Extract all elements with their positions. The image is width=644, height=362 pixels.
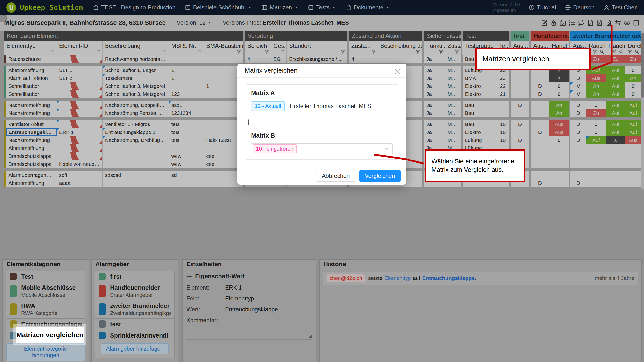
cell-id[interactable]: VEN 1 <box>57 120 102 128</box>
cell-bma[interactable] <box>204 179 243 187</box>
cell-zb_aus[interactable] <box>570 152 586 160</box>
cell-id[interactable]: aaaa <box>57 179 102 187</box>
cell-hf_handt[interactable]: Aus <box>549 120 569 128</box>
filter-funnel-icon[interactable] <box>454 49 459 54</box>
cell-hf_handt[interactable] <box>549 171 569 179</box>
cell-te[interactable] <box>496 101 509 109</box>
cell-hf_aus[interactable]: D <box>531 90 549 98</box>
impressum-link[interactable]: Impressum <box>493 7 520 13</box>
cell-hf_handt[interactable]: X <box>549 74 569 82</box>
cell-funkti[interactable]: Ja <box>424 128 445 136</box>
cell-zusta2[interactable]: Matrix <box>445 120 461 128</box>
cell-zb_durch[interactable] <box>626 171 641 179</box>
cell-te[interactable] <box>496 109 509 117</box>
nav-item-matrizen[interactable]: Matrizen <box>261 4 298 11</box>
cell-zb_durch[interactable] <box>626 152 641 160</box>
cell-zb_durch[interactable]: Zu <box>626 55 641 63</box>
cell-bma[interactable] <box>204 90 243 98</box>
history-value-link[interactable]: Entrauchungsklappe <box>422 275 475 281</box>
column-header-bma[interactable]: BMA-Baustein <box>204 41 243 55</box>
cell-bma[interactable]: cee <box>204 160 243 168</box>
filter-funnel-icon[interactable] <box>415 49 420 54</box>
cell-elementtyp[interactable]: Alarmübertragung ext... <box>6 171 57 179</box>
cell-desc[interactable] <box>102 152 169 160</box>
cell-zusta2[interactable]: Matrix <box>445 55 461 63</box>
cell-hf_handt[interactable] <box>549 144 569 152</box>
cell-zb_r1[interactable]: 0 <box>586 120 606 128</box>
cell-zb_r1[interactable] <box>586 152 606 160</box>
cell-funkti[interactable]: Ja <box>424 74 445 82</box>
cell-bma[interactable] <box>204 74 243 82</box>
cell-zb_durch[interactable] <box>626 179 641 187</box>
list-item-rwa[interactable]: RWARWA Kategorie <box>6 300 85 318</box>
column-header-id[interactable]: Element-ID <box>57 41 102 55</box>
cell-desc[interactable]: Ventilator 1 - Migros <box>102 120 169 128</box>
cell-testgruppe[interactable]: Bau <box>463 109 497 117</box>
cell-desc[interactable]: Schnelllauftor 1, Lager <box>102 66 169 74</box>
search-icon[interactable] <box>59 55 102 63</box>
cell-bma[interactable]: cee <box>204 152 243 160</box>
cell-bma[interactable]: 1 <box>204 82 243 90</box>
cell-id[interactable]: NSÖ 1 <box>57 136 102 144</box>
cell-zb_aus[interactable]: D <box>570 179 586 187</box>
list-item-test[interactable]: test <box>95 318 174 330</box>
filter-funnel-icon[interactable] <box>627 49 632 54</box>
numbered-list-icon[interactable] <box>568 19 576 26</box>
search-icon[interactable] <box>59 109 102 117</box>
search-icon[interactable] <box>59 136 102 144</box>
cell-hf_handt[interactable] <box>549 160 569 168</box>
cell-funkti[interactable]: Ja <box>424 101 445 109</box>
filter-funnel-icon[interactable] <box>162 49 167 54</box>
cell-elementtyp[interactable]: Brandschutzklappe <box>6 152 57 160</box>
cell-zb_durch[interactable]: 0 <box>626 82 641 90</box>
cell-zb_durch[interactable]: Auf <box>626 101 641 109</box>
cell-zb_aus[interactable]: D <box>570 120 586 128</box>
cell-zb_durch[interactable]: An <box>626 74 641 82</box>
cell-desc[interactable] <box>102 160 169 168</box>
cell-zb_durch[interactable]: Auf <box>626 120 641 128</box>
cell-bma[interactable] <box>204 128 243 136</box>
filter-funnel-icon[interactable] <box>371 49 376 54</box>
cell-zb_durch[interactable]: Aus <box>626 136 641 144</box>
cell-desc[interactable]: Entrauchungsklappe 1 <box>102 128 169 136</box>
nav-item-dokumente[interactable]: Dokumente <box>345 4 390 11</box>
nav-item-test-design-to-production[interactable]: TEST - Design-to-Production <box>93 4 176 11</box>
filter-funnel-icon[interactable] <box>50 49 55 54</box>
lock-icon[interactable] <box>550 19 557 26</box>
cell-zb_r1[interactable]: An <box>586 90 606 98</box>
cell-zb_durch[interactable]: 0 <box>626 90 641 98</box>
cell-zb_r2[interactable] <box>606 160 626 168</box>
resize-handle-icon[interactable]: ◢ <box>309 334 312 338</box>
cell-zb_r1[interactable] <box>586 179 606 187</box>
cell-bma[interactable] <box>204 66 243 74</box>
cell-id[interactable]: Kopie von SLT 3 <box>57 90 102 98</box>
compare-button[interactable]: Vergleichen <box>359 170 400 182</box>
filter-funnel-icon[interactable] <box>612 49 617 54</box>
history-field-link[interactable]: Elementtyp <box>384 275 411 281</box>
cell-elementtyp[interactable]: Brandschutzklappe <box>6 160 57 168</box>
cell-zb_aus[interactable]: V <box>570 82 586 90</box>
cell-hf_aus[interactable] <box>531 74 549 82</box>
filter-funnel-icon[interactable] <box>96 49 101 54</box>
cell-msrl[interactable]: 123 <box>169 90 204 98</box>
cell-bma[interactable] <box>204 120 243 128</box>
cell-msrl[interactable]: wew <box>169 152 204 160</box>
cell-hf_aus[interactable]: D <box>531 82 549 90</box>
cell-funkti[interactable]: Ja <box>424 136 445 144</box>
cell-bma[interactable] <box>204 171 243 179</box>
cell-id[interactable]: Test <box>57 144 102 152</box>
cell-funkti[interactable]: Ja <box>424 55 445 63</box>
cell-zusta2[interactable]: Matrix <box>445 82 461 90</box>
cell-bma[interactable] <box>204 55 243 63</box>
cell-bereich[interactable]: 4 <box>245 55 271 63</box>
cell-zb_r2[interactable] <box>606 152 626 160</box>
cell-f_aus[interactable] <box>511 128 529 136</box>
user-menu[interactable]: Test Chen <box>603 4 638 11</box>
nav-item-beispiele-sch-nb-hl[interactable]: Beispiele Schönbühl <box>185 4 252 11</box>
cell-id[interactable]: SLT 2 <box>57 74 102 82</box>
cell-te[interactable]: 23 <box>496 74 509 82</box>
cell-testgruppe[interactable]: Elektro <box>463 82 497 90</box>
cell-funkti[interactable]: Ja <box>424 66 445 74</box>
cell-desc[interactable]: Schnelllauftor 3, Metzgerei <box>102 90 169 98</box>
cell-zb_r2[interactable]: X <box>606 136 626 144</box>
